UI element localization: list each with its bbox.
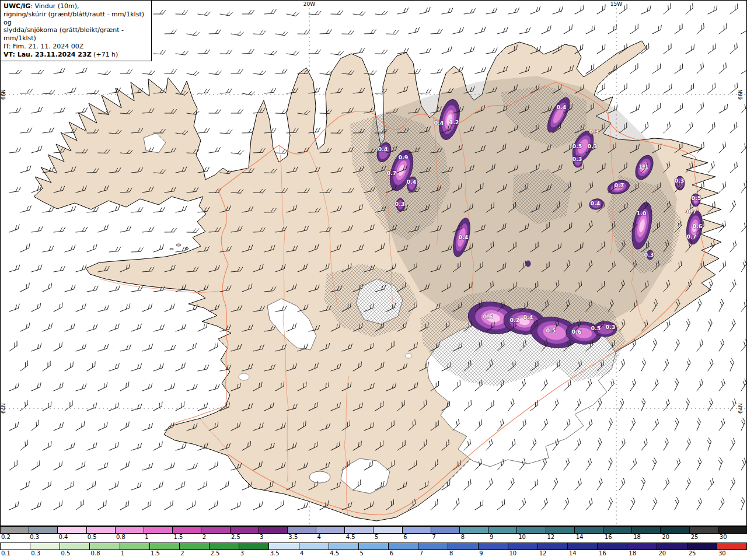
wind-barb-icon xyxy=(108,363,120,371)
wind-barb-icon xyxy=(738,340,747,351)
wind-barb-icon xyxy=(52,461,64,470)
wind-barb-icon xyxy=(19,244,31,252)
wind-barb-icon xyxy=(738,418,746,430)
wind-barb-icon xyxy=(30,502,42,510)
wind-barb-icon xyxy=(573,5,585,14)
legend-value-label: 7 xyxy=(431,534,460,542)
wind-barb-icon xyxy=(20,89,33,93)
wind-barb-icon xyxy=(275,30,288,36)
weather-map-canvas: 0.41.20.40.90.70.40.30.40.40.30.50.30.31… xyxy=(0,0,747,526)
wind-barb-icon xyxy=(152,244,165,252)
valid-time-line: VT: Lau. 23.11.2024 23Z (+71 h) xyxy=(4,51,148,59)
wind-barb-icon xyxy=(174,443,187,450)
wind-barb-icon xyxy=(727,201,737,212)
wind-barb-icon xyxy=(638,439,649,450)
wind-barb-icon xyxy=(253,70,266,75)
wind-barb-icon xyxy=(64,443,76,450)
precip-value-label: 0.3 xyxy=(644,251,654,258)
wind-barb-icon xyxy=(53,422,65,430)
wind-barb-icon xyxy=(638,359,647,371)
precip-value-label: 0.5 xyxy=(591,325,601,331)
wind-barb-icon xyxy=(175,247,187,252)
wind-barb-icon xyxy=(717,63,728,74)
wind-barb-icon xyxy=(242,129,254,133)
legend-value-label: 16 xyxy=(603,534,632,542)
legend-color-cell xyxy=(389,543,418,550)
lake xyxy=(239,373,249,380)
wind-barb-icon xyxy=(516,498,528,510)
sleet-snow-colorbar xyxy=(0,526,747,534)
legend-value-label: 3.5 xyxy=(269,550,299,559)
wind-barb-icon xyxy=(52,383,64,391)
wind-barb-icon xyxy=(320,70,332,75)
legend-color-cell xyxy=(201,527,230,533)
title-line-2: rigning/skúrir (grænt/blátt/rautt - mm/1… xyxy=(4,10,148,27)
wind-barb-icon xyxy=(130,443,143,450)
wind-barb-icon xyxy=(142,227,154,232)
wind-barb-icon xyxy=(52,342,64,351)
wind-barb-icon xyxy=(209,30,221,34)
wind-barb-icon xyxy=(32,70,44,74)
wind-barb-icon xyxy=(163,463,176,470)
wind-barb-icon xyxy=(694,340,704,351)
wind-barb-icon xyxy=(627,418,636,430)
wind-barb-icon xyxy=(30,265,43,272)
wind-barb-icon xyxy=(196,481,208,490)
wind-barb-icon xyxy=(627,379,637,391)
wind-barb-icon xyxy=(287,10,299,17)
wind-barb-icon xyxy=(9,187,21,192)
wind-barb-icon xyxy=(207,461,219,470)
wind-barb-icon xyxy=(583,419,594,430)
wind-barb-icon xyxy=(41,323,54,331)
wind-barb-icon xyxy=(728,4,739,14)
wind-barb-icon xyxy=(529,6,542,14)
wind-barb-icon xyxy=(496,27,508,34)
precip-value-label: 0.6 xyxy=(693,223,703,229)
wind-barb-icon xyxy=(231,149,243,155)
precip-value-label: 0.3 xyxy=(573,156,582,162)
wind-barb-icon xyxy=(716,379,727,391)
latitude-label: 66N xyxy=(738,89,743,100)
legend-value-label: 0.2 xyxy=(0,534,29,542)
wind-barb-icon xyxy=(8,304,20,312)
legend-value-label: 16 xyxy=(598,550,627,559)
wind-barb-icon xyxy=(706,123,717,133)
legend-value-label: 0.5 xyxy=(60,550,89,559)
legend-value-label: 9 xyxy=(488,534,517,542)
wind-barb-icon xyxy=(728,122,739,133)
precip-value-label: 0.4 xyxy=(407,178,417,185)
wind-barb-icon xyxy=(141,501,153,510)
wind-barb-icon xyxy=(274,501,286,510)
eyjafjallajokull-glacier xyxy=(309,471,330,483)
wind-barb-icon xyxy=(505,478,516,490)
wind-barb-icon xyxy=(705,478,715,490)
lake xyxy=(405,354,412,358)
wind-barb-icon xyxy=(164,345,176,351)
wind-barb-icon xyxy=(320,30,332,34)
wind-barb-icon xyxy=(187,70,199,76)
wind-barb-icon xyxy=(739,24,747,34)
wind-barb-icon xyxy=(594,478,604,490)
wind-barb-icon xyxy=(264,50,277,55)
wind-barb-icon xyxy=(42,128,54,133)
legend-value-label: 10 xyxy=(517,534,546,542)
wind-barb-icon xyxy=(605,379,616,391)
wind-barb-icon xyxy=(486,48,498,54)
wind-barb-icon xyxy=(682,398,690,411)
legend-value-label: 4.5 xyxy=(345,534,374,542)
wind-barb-icon xyxy=(63,481,75,490)
precip-value-label: 0.9 xyxy=(399,154,409,160)
legend-color-cell xyxy=(657,543,687,550)
wind-barb-icon xyxy=(152,442,164,450)
wind-barb-icon xyxy=(738,300,747,312)
wind-barb-icon xyxy=(19,206,32,212)
precip-value-label: 0.7 xyxy=(687,208,697,215)
wind-barb-icon xyxy=(428,499,440,510)
wind-barb-icon xyxy=(727,240,738,252)
wind-barb-icon xyxy=(595,44,608,54)
wind-barb-icon xyxy=(649,458,658,470)
legend-value-label: 1.5 xyxy=(172,534,201,542)
wind-barb-icon xyxy=(716,498,726,510)
legend-value-label: 6 xyxy=(389,550,418,559)
precip-value-label: 0.5 xyxy=(573,143,582,149)
